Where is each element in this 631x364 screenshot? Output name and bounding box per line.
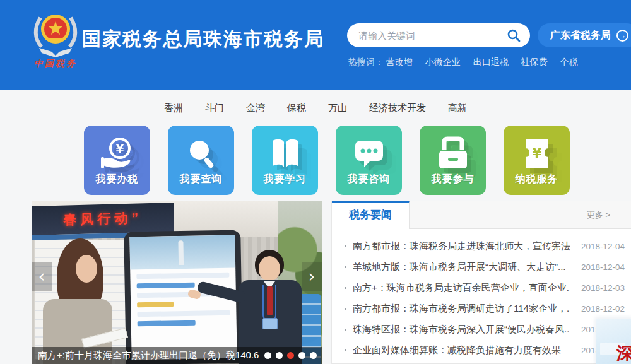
hot-word-link[interactable]: 出口退税	[473, 57, 509, 67]
tile-label: 我要学习	[252, 173, 318, 186]
nav-item-wanshan[interactable]: 万山	[317, 103, 358, 113]
carousel-dot[interactable]	[298, 352, 305, 359]
led-banner-text: 春风行动”	[63, 209, 142, 228]
tile-canyu[interactable]: 我要参与	[420, 126, 486, 195]
hot-word-link[interactable]: 小微企业	[425, 57, 461, 67]
carousel-caption-bar: 南方+:前十月珠海全市累计办理出口退（免）税140.61亿...	[32, 347, 322, 364]
nav-item-jingjikaifa[interactable]: 经济技术开发	[358, 103, 437, 113]
district-nav: 香洲 斗门 金湾 保税 万山 经济技术开发 高新	[0, 90, 631, 125]
hot-search-label: 热搜词：	[348, 57, 384, 67]
news-title[interactable]: 羊城地方版：珠海市税务局开展“大调研、大走访”...	[353, 261, 570, 273]
news-item[interactable]: 南方都市报：珠海税务局走进珠海北师大，宣传宪法... 2018-12-04	[332, 236, 631, 257]
kiosk-screen-row	[137, 302, 174, 307]
carousel-prev-button[interactable]: ‹	[32, 262, 52, 291]
news-date: 2018-12-04	[581, 262, 625, 272]
hot-word-link[interactable]: 社保费	[521, 57, 548, 67]
news-item[interactable]: 羊城地方版：珠海市税务局开展“大调研、大走访”... 2018-12-04	[332, 257, 631, 278]
news-title[interactable]: 珠海特区报：珠海市税务局深入开展“便民办税春风...	[353, 324, 570, 336]
tab-tax-news[interactable]: 税务要闻	[332, 201, 410, 229]
logo-caption: 中国税务	[25, 58, 86, 69]
portal-button-label: 广东省税务局	[550, 29, 611, 42]
kiosk-screen-row	[138, 320, 196, 327]
drawer-icon	[434, 136, 472, 172]
news-item[interactable]: 南方+：珠海市税务局走访百余民营企业，直面企业... 2018-12-03	[332, 278, 631, 298]
lighthouse-graphic	[178, 241, 184, 265]
visitor-face	[76, 255, 97, 283]
tile-label: 我要咨询	[336, 173, 402, 186]
tile-zixun[interactable]: 我要咨询	[336, 126, 402, 195]
quick-action-tiles: ¥ 我要办税 我要查询 我要学习	[84, 126, 570, 195]
tile-xuexi[interactable]: 我要学习	[252, 126, 318, 195]
tile-chaxun[interactable]: 我要查询	[168, 126, 234, 195]
tile-nashuifuwu[interactable]: ¥ 纳税服务	[504, 126, 570, 195]
kiosk-screen-row	[137, 283, 195, 289]
officer-badge	[262, 318, 278, 329]
more-link[interactable]: 更多 >	[587, 201, 610, 229]
ticket-icon: ¥	[518, 136, 556, 172]
carousel-dot[interactable]	[310, 352, 317, 359]
page-title: 国家税务总局珠海市税务局	[82, 26, 324, 52]
tile-label: 我要办税	[84, 173, 150, 186]
tile-label: 纳税服务	[504, 173, 570, 186]
carousel-dot[interactable]	[287, 352, 294, 359]
promo-seal-char: 深	[616, 342, 631, 364]
chat-bubble-icon	[350, 136, 388, 172]
site-header: 中国税务 国家税务总局珠海市税务局 广东省税务局 → 热搜词： 营改增 小微企业…	[0, 0, 631, 90]
news-date: 2018-12-03	[581, 283, 625, 293]
svg-text:¥: ¥	[532, 145, 542, 161]
nav-item-gaoxin[interactable]: 高新	[437, 103, 478, 113]
carousel-dot[interactable]	[264, 352, 271, 359]
guangdong-portal-button[interactable]: 广东省税务局 →	[538, 23, 631, 47]
officer-face	[259, 256, 280, 281]
hot-word-link[interactable]: 营改增	[386, 57, 413, 67]
photo-led-banner: 春风行动”	[32, 203, 174, 235]
carousel-dots	[264, 352, 317, 359]
news-list: 南方都市报：珠海税务局走进珠海北师大，宣传宪法... 2018-12-04 羊城…	[332, 229, 631, 361]
news-title[interactable]: 南方都市报：珠海税务局走进珠海北师大，宣传宪法...	[353, 240, 570, 252]
kiosk-screen-row	[137, 310, 230, 317]
open-book-icon	[266, 136, 304, 172]
magnifier-icon	[182, 136, 220, 172]
news-item[interactable]: 企业面对媒体细算账：减税降负措施有力度有效果 2018-11	[332, 340, 631, 361]
page: 中国税务 国家税务总局珠海市税务局 广东省税务局 → 热搜词： 营改增 小微企业…	[0, 0, 631, 364]
kiosk-screen-row	[136, 273, 229, 279]
search-icon[interactable]	[506, 28, 521, 43]
news-date: 2018-12-04	[581, 242, 625, 251]
photo-carousel: 春风行动”	[32, 201, 322, 364]
floating-promo-widget[interactable]: 深	[596, 319, 631, 364]
nav-item-xiangzhou[interactable]: 香洲	[153, 103, 194, 113]
search-bar[interactable]	[347, 23, 530, 47]
search-input[interactable]	[358, 30, 506, 41]
news-panel-header: 税务要闻 更多 >	[332, 201, 631, 229]
news-title[interactable]: 南方+：珠海市税务局走访百余民营企业，直面企业...	[353, 282, 570, 294]
arrow-circle-icon: →	[616, 30, 628, 42]
news-date: 2018-12-02	[581, 304, 625, 314]
hot-word-link[interactable]: 个税	[560, 57, 577, 67]
carousel-next-button[interactable]: ›	[302, 262, 322, 291]
news-item[interactable]: 珠海特区报：珠海市税务局深入开展“便民办税春风... 2018-11	[332, 319, 631, 340]
national-emblem-icon	[33, 9, 78, 58]
officer-lanyard	[262, 285, 276, 320]
carousel-dot[interactable]	[276, 352, 283, 359]
tile-banshui[interactable]: ¥ 我要办税	[84, 126, 150, 195]
news-panel: 税务要闻 更多 > 南方都市报：珠海税务局走进珠海北师大，宣传宪法... 201…	[331, 201, 631, 364]
news-title[interactable]: 企业面对媒体细算账：减税降负措施有力度有效果	[353, 344, 570, 356]
kiosk-screen-banner	[129, 235, 235, 270]
photo-visitor-figure	[43, 238, 119, 364]
hot-search-row: 热搜词： 营改增 小微企业 出口退税 社保费 个税	[348, 57, 587, 68]
tile-label: 我要查询	[168, 173, 234, 186]
nav-item-doumen[interactable]: 斗门	[194, 103, 235, 113]
nav-item-jinwan[interactable]: 金湾	[235, 103, 276, 113]
tax-emblem-logo	[33, 9, 78, 58]
svg-text:¥: ¥	[115, 142, 124, 155]
tile-label: 我要参与	[420, 173, 486, 186]
news-item[interactable]: 南方都市报：珠海市税务局调研走访了114家企业，... 2018-12-02	[332, 298, 631, 319]
carousel-caption[interactable]: 南方+:前十月珠海全市累计办理出口退（免）税140.61亿...	[38, 349, 259, 361]
carousel-photo: 春风行动”	[32, 201, 322, 364]
nav-item-baoshui[interactable]: 保税	[276, 103, 317, 113]
coin-hand-icon: ¥	[98, 136, 136, 172]
news-title[interactable]: 南方都市报：珠海市税务局调研走访了114家企业，...	[353, 303, 570, 315]
